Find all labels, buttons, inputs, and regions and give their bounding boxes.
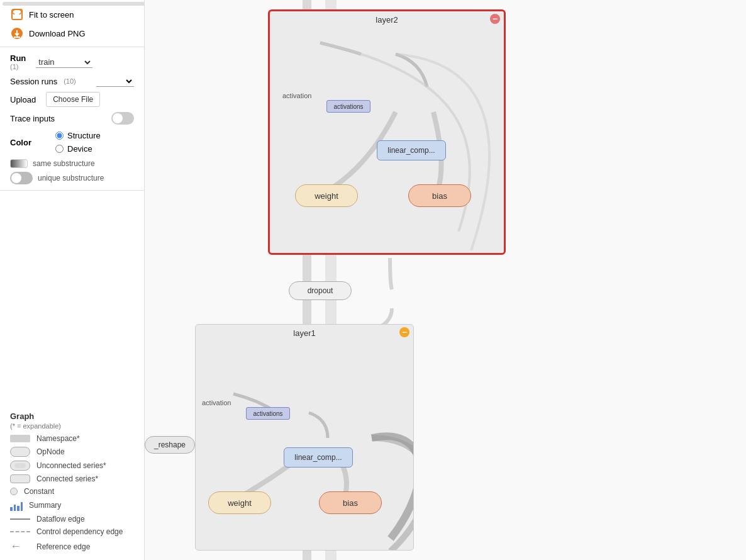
color-device-label: Device [67, 144, 92, 154]
legend-reference: ← Reference edge [0, 538, 144, 555]
constant-shape [10, 488, 18, 495]
fit-to-screen-icon [10, 8, 24, 21]
download-icon [10, 26, 24, 40]
layer2-namespace[interactable]: layer2 − activation activations linear_c… [268, 9, 506, 255]
color-structure-row: Structure [45, 130, 111, 142]
control-label: Control dependency edge [36, 527, 123, 536]
layer1-activation-node: activation [202, 399, 231, 406]
layer1-linear-node[interactable]: linear_comp... [284, 447, 353, 468]
layer1-label: layer1 [196, 328, 413, 338]
summary-label: Summary [29, 501, 61, 510]
layer1-bias-label: bias [343, 498, 358, 508]
reshape-label: _reshape [154, 440, 186, 449]
layer1-bias-node[interactable]: bias [319, 491, 382, 514]
layer2-activations-label: activations [333, 103, 363, 110]
graph-legend-note: (* = expandable) [0, 422, 144, 432]
dropout-label: dropout [308, 286, 333, 295]
layer2-weight-label: weight [315, 191, 338, 201]
unconnected-shape [10, 461, 30, 471]
choose-file-button[interactable]: Choose File [46, 92, 100, 107]
summary-shape [10, 500, 23, 511]
layer2-collapse-button[interactable]: − [490, 14, 500, 24]
layer1-activations-node[interactable]: activations [246, 407, 290, 420]
reshape-node[interactable]: _reshape [145, 436, 195, 454]
layer2-bias-label: bias [432, 191, 447, 201]
same-substructure-swatch [10, 159, 28, 168]
color-legend-unique: unique substructure [0, 170, 144, 186]
legend-constant: Constant [0, 485, 144, 498]
layer1-linear-label: linear_comp... [294, 453, 342, 462]
legend-opnode: OpNode [0, 445, 144, 459]
constant-label: Constant [24, 487, 54, 496]
session-runs-select[interactable] [96, 76, 134, 87]
control-line [10, 531, 30, 532]
upload-label: Upload [10, 95, 36, 104]
color-device-radio[interactable] [55, 145, 64, 153]
trace-inputs-toggle[interactable] [111, 112, 134, 125]
fit-to-screen-label: Fit to screen [29, 10, 74, 20]
unconnected-label: Unconnected series* [36, 461, 106, 470]
reference-arrow: ← [10, 540, 30, 553]
fit-to-screen-button[interactable]: Fit to screen [0, 5, 144, 24]
run-count: (1) [10, 63, 26, 70]
sidebar: Fit to screen Download PNG Run (1) train… [0, 0, 145, 560]
color-label: Color [10, 138, 40, 147]
session-runs-count: (10) [64, 77, 76, 85]
namespace-label: Namespace* [36, 434, 80, 443]
layer1-weight-node[interactable]: weight [208, 491, 271, 514]
download-png-button[interactable]: Download PNG [0, 24, 144, 43]
upload-row: Upload Choose File [0, 89, 144, 109]
dataflow-label: Dataflow edge [36, 515, 85, 524]
run-select[interactable]: train [36, 57, 92, 68]
layer1-weight-label: weight [228, 498, 252, 508]
run-row: Run (1) train [0, 51, 144, 73]
layer1-collapse-button[interactable]: − [399, 327, 409, 337]
legend-summary: Summary [0, 498, 144, 513]
connected-label: Connected series* [36, 474, 98, 483]
dropout-node[interactable]: dropout [289, 281, 352, 300]
layer2-activation-node: activation [282, 92, 311, 99]
unique-swatch [10, 172, 33, 184]
trace-inputs-row: Trace inputs [0, 109, 144, 127]
layer2-activation-label: activation [282, 92, 311, 99]
layer1-namespace[interactable]: layer1 − activation activations linear_c… [195, 324, 414, 551]
opnode-label: OpNode [36, 447, 65, 456]
color-structure-label: Structure [67, 131, 101, 140]
layer2-bias-node[interactable]: bias [408, 184, 471, 207]
layer2-linear-label: linear_comp... [387, 146, 435, 155]
layer1-activations-label: activations [253, 410, 282, 417]
run-label: Run [10, 53, 26, 63]
legend-unconnected: Unconnected series* [0, 459, 144, 473]
download-png-label: Download PNG [29, 29, 86, 38]
reference-label: Reference edge [36, 542, 90, 551]
color-device-row: Device [45, 143, 111, 155]
connected-shape [10, 474, 30, 483]
color-legend-same: same substructure [0, 157, 144, 170]
layer2-label: layer2 [270, 15, 504, 25]
graph-legend-title: Graph [0, 408, 144, 422]
legend-dataflow: Dataflow edge [0, 513, 144, 525]
legend-namespace: Namespace* [0, 432, 144, 445]
layer2-activations-node[interactable]: activations [326, 100, 370, 113]
legend-connected: Connected series* [0, 473, 144, 485]
layer2-linear-node[interactable]: linear_comp... [377, 140, 446, 160]
layer2-weight-node[interactable]: weight [295, 184, 358, 207]
opnode-shape [10, 447, 30, 457]
color-row: Color Structure Device [0, 127, 144, 157]
color-structure-radio[interactable] [55, 132, 64, 140]
session-runs-label: Session runs [10, 77, 57, 86]
layer1-activation-label: activation [202, 399, 231, 406]
colors-same-label: same substructure [33, 159, 95, 168]
colors-unique-label: unique substructure [38, 174, 104, 182]
namespace-shape [10, 435, 30, 442]
session-runs-row: Session runs (10) [0, 73, 144, 89]
dataflow-line [10, 518, 30, 520]
trace-inputs-label: Trace inputs [10, 114, 55, 123]
legend-control: Control dependency edge [0, 525, 144, 538]
graph-area[interactable]: layer2 − activation activations linear_c… [145, 0, 746, 560]
